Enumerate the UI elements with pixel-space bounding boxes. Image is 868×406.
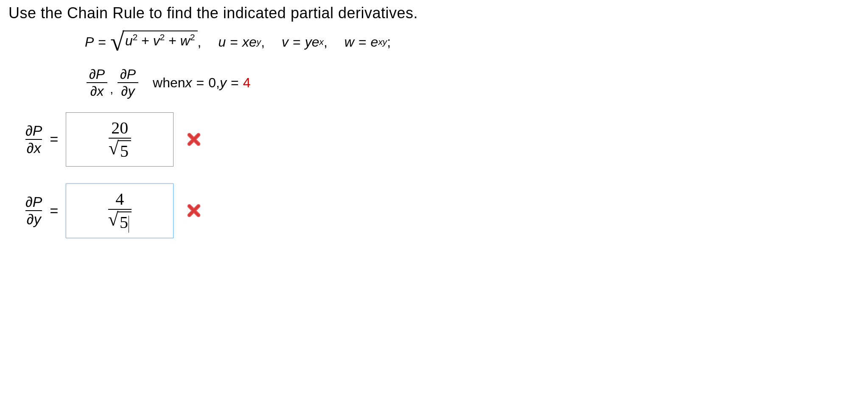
answer-input-dpdy[interactable]: 4 √ 5 bbox=[66, 184, 174, 238]
comma: , bbox=[198, 34, 202, 50]
lhs-dpdx: ∂P ∂x bbox=[25, 122, 42, 156]
comma: , bbox=[261, 34, 265, 50]
lhs-num: ∂P bbox=[25, 194, 42, 210]
answer-num: 4 bbox=[115, 189, 124, 209]
answer-fraction: 4 √ 5 bbox=[108, 189, 132, 233]
frac-dpdx: ∂P ∂x bbox=[87, 66, 107, 100]
var-u-lhs: u bbox=[218, 34, 226, 50]
var-P: P bbox=[85, 34, 94, 50]
problem-block: P = √ u2 + v2 + w2 , u = xey , v = yex ,… bbox=[85, 31, 860, 100]
x-value: 0 bbox=[208, 75, 216, 91]
equals-sign: = bbox=[50, 131, 58, 147]
incorrect-icon bbox=[186, 203, 202, 218]
dy-den: ∂y bbox=[119, 83, 137, 99]
var-u: u bbox=[125, 33, 133, 48]
v-rhs-exp: x bbox=[319, 37, 324, 47]
lhs-den: ∂y bbox=[27, 211, 41, 228]
definition-line: P = √ u2 + v2 + w2 , u = xey , v = yex ,… bbox=[85, 31, 860, 53]
var-w-lhs: w bbox=[344, 34, 354, 50]
text-cursor bbox=[129, 216, 129, 233]
sqrt-expression: √ u2 + v2 + w2 bbox=[110, 31, 198, 53]
dP-num: ∂P bbox=[87, 66, 107, 82]
equals-sign: = bbox=[98, 34, 106, 50]
equals-sign: = bbox=[50, 203, 58, 219]
w-rhs-base: e bbox=[371, 34, 378, 50]
answer-input-dpdx[interactable]: 20 √ 5 bbox=[66, 112, 174, 167]
plus-sign: + bbox=[137, 33, 153, 48]
answer-den-value: 5 bbox=[120, 213, 128, 232]
answer-sqrt: √ 5 bbox=[108, 211, 132, 233]
u-rhs-exp: y bbox=[257, 37, 261, 47]
answer-fraction: 20 √ 5 bbox=[109, 118, 131, 161]
dP-num: ∂P bbox=[118, 66, 138, 82]
answer-row-dpdx: ∂P ∂x = 20 √ 5 bbox=[25, 112, 860, 167]
answer-row-dpdy: ∂P ∂y = 4 √ 5 bbox=[25, 184, 860, 238]
comma: , bbox=[110, 83, 113, 96]
w-rhs-exp: xy bbox=[378, 37, 387, 47]
answer-num: 20 bbox=[111, 118, 128, 138]
equals-sign: = bbox=[230, 34, 238, 50]
var-v-lhs: v bbox=[282, 34, 288, 50]
y-value: 4 bbox=[243, 75, 251, 91]
comma-sep: , bbox=[216, 75, 220, 91]
when-text: when bbox=[153, 75, 185, 91]
lhs-den: ∂x bbox=[27, 140, 41, 156]
answer-den-radicand: 5 bbox=[117, 211, 132, 233]
equals-sign: = bbox=[358, 34, 367, 50]
incorrect-icon bbox=[186, 132, 202, 147]
u-rhs-base: xe bbox=[242, 34, 257, 50]
equals-sign: = bbox=[196, 75, 204, 91]
plus-sign: + bbox=[165, 33, 180, 48]
equals-sign: = bbox=[231, 75, 239, 91]
exp-2: 2 bbox=[190, 32, 195, 42]
radicand: u2 + v2 + w2 bbox=[123, 31, 198, 49]
semicolon: ; bbox=[387, 34, 391, 50]
answers-area: ∂P ∂x = 20 √ 5 bbox=[25, 112, 860, 238]
sought-line: ∂P ∂x , ∂P ∂y when x = 0 , y = 4 bbox=[85, 66, 860, 100]
v-rhs-base: ye bbox=[305, 34, 319, 50]
var-v: v bbox=[153, 33, 160, 48]
equals-sign: = bbox=[293, 34, 301, 50]
exp-2: 2 bbox=[133, 32, 138, 42]
answer-den-radicand: 5 bbox=[118, 140, 131, 161]
answer-sqrt: √ 5 bbox=[109, 140, 131, 161]
comma: , bbox=[324, 34, 328, 50]
exp-2: 2 bbox=[160, 32, 165, 42]
frac-dpdy: ∂P ∂y bbox=[118, 66, 138, 100]
x-label: x bbox=[185, 75, 192, 91]
lhs-dpdy: ∂P ∂y bbox=[25, 194, 42, 228]
lhs-num: ∂P bbox=[25, 122, 42, 139]
y-label: y bbox=[220, 75, 227, 91]
dx-den: ∂x bbox=[88, 83, 106, 99]
instruction-text: Use the Chain Rule to find the indicated… bbox=[8, 4, 860, 22]
var-w: w bbox=[180, 33, 190, 48]
